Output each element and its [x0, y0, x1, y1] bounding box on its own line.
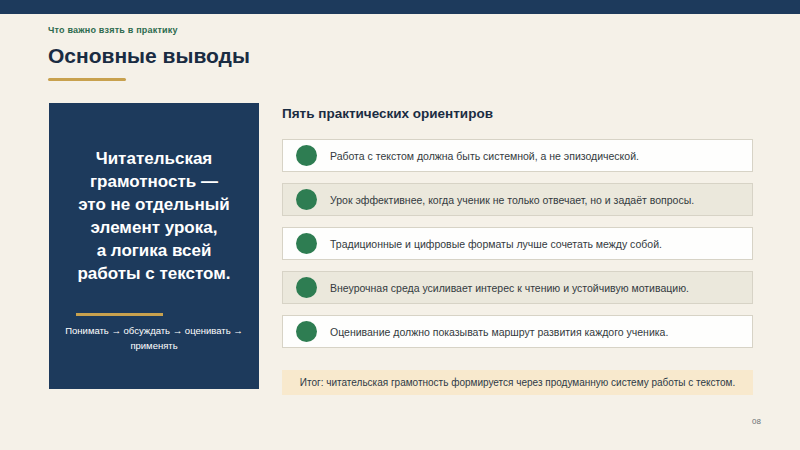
list-item: Внеурочная среда усиливает интерес к чте… [282, 271, 753, 304]
list-item-text: Работа с текстом должна быть системной, … [330, 150, 639, 162]
page-number: 08 [752, 417, 761, 426]
title-underline [48, 78, 126, 81]
bullet-circle-icon [296, 189, 317, 210]
summary-bar: Итог: читательская грамотность формирует… [282, 370, 753, 395]
section-heading: Пять практических ориентиров [282, 106, 493, 121]
list-item: Оценивание должно показывать маршрут раз… [282, 315, 753, 348]
top-accent-bar [0, 0, 800, 14]
process-steps-text: Понимать → обсуждать → оценивать → приме… [49, 323, 259, 353]
gold-divider [76, 313, 163, 316]
bullet-circle-icon [296, 145, 317, 166]
list-item: Работа с текстом должна быть системной, … [282, 139, 753, 172]
list-item-text: Внеурочная среда усиливает интерес к чте… [330, 282, 689, 294]
bullet-circle-icon [296, 277, 317, 298]
list-item: Традиционные и цифровые форматы лучше со… [282, 227, 753, 260]
bullet-circle-icon [296, 321, 317, 342]
guidelines-list: Работа с текстом должна быть системной, … [282, 139, 753, 348]
statement-text: Читательская грамотность — это не отдель… [49, 147, 259, 285]
slide-eyebrow: Что важно взять в практику [48, 25, 178, 35]
page-title: Основные выводы [48, 44, 250, 68]
list-item-text: Традиционные и цифровые форматы лучше со… [330, 238, 662, 250]
list-item-text: Оценивание должно показывать маршрут раз… [330, 326, 668, 338]
bullet-circle-icon [296, 233, 317, 254]
list-item: Урок эффективнее, когда ученик не только… [282, 183, 753, 216]
statement-card: Читательская грамотность — это не отдель… [49, 103, 259, 389]
list-item-text: Урок эффективнее, когда ученик не только… [330, 194, 694, 206]
